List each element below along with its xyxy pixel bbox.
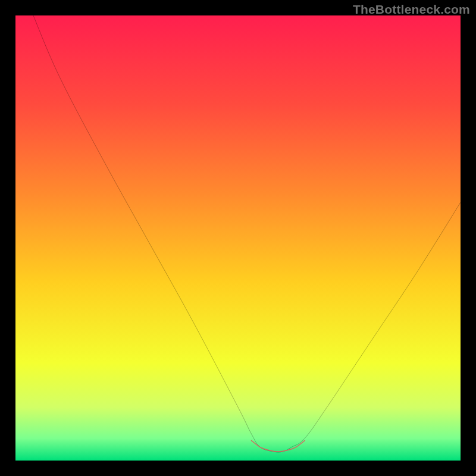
chart-frame: TheBottleneck.com bbox=[0, 0, 476, 476]
bottleneck-curve bbox=[33, 15, 461, 452]
plot-area bbox=[15, 15, 461, 461]
watermark-text: TheBottleneck.com bbox=[353, 2, 470, 17]
optimal-range-marker bbox=[251, 440, 305, 452]
chart-svg bbox=[15, 15, 461, 461]
